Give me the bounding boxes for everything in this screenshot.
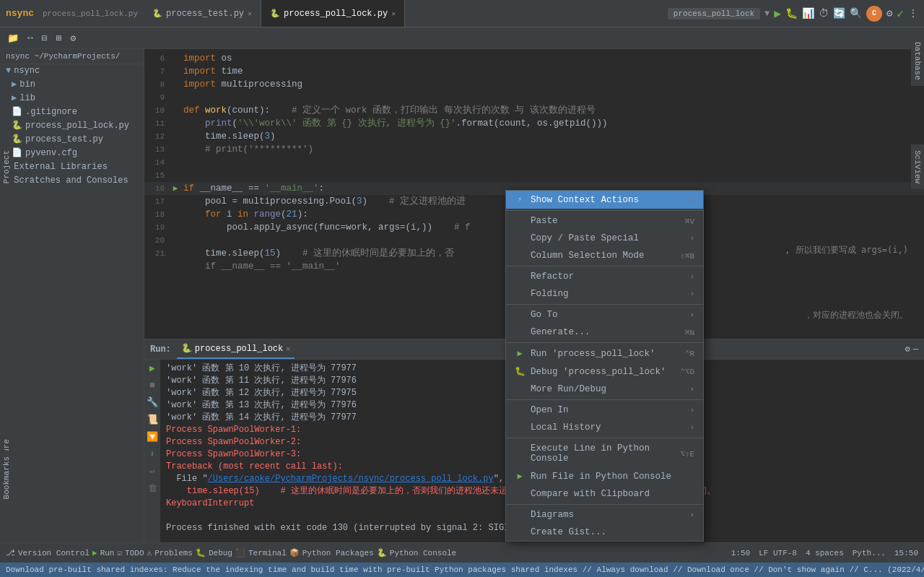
search-icon[interactable]: 🔍 [850,7,862,19]
menu-item-more-run[interactable]: More Run/Debug › [506,381,703,398]
sidebar-item-bookmarks[interactable]: Bookmarks [0,451,13,505]
run-button[interactable]: ▶ [774,6,781,21]
sidebar-item-sciview[interactable]: SciView [911,144,924,189]
line-content-8: import multiprocessing [180,78,924,91]
tree-item-nsync[interactable]: ▼ nsync [0,64,144,77]
run-play-icon[interactable]: ▶ [149,363,155,374]
line-col-indicator[interactable]: 1:50 [731,549,750,558]
line-num-10: 10 [144,104,170,117]
expand-icon[interactable]: ⊞ [53,31,65,45]
tree-item-process-test[interactable]: 🐍 process_test.py [0,132,144,146]
debug-status-tab[interactable]: 🐛 Debug [196,548,232,558]
menu-shortcut-generate: ⌘N [685,328,694,337]
menu-item-column-selection[interactable]: Column Selection Mode ⇧⌘B [506,247,703,264]
encoding-indicator[interactable]: LF UTF-8 [759,549,797,558]
tab-process-poll-lock[interactable]: 🐍 process_poll_lock.py ✕ [261,0,405,27]
menu-item-generate[interactable]: Generate... ⌘N [506,324,703,341]
run-arrow-19 [170,221,180,234]
spaces-indicator[interactable]: 4 spaces [806,549,844,558]
menu-item-run[interactable]: ▶ Run 'process_poll_lock' ⌃R [506,344,703,363]
debug-button[interactable]: 🐛 [785,7,798,19]
tree-item-lib[interactable]: ▶ lib [0,91,144,105]
tree-item-bin[interactable]: ▶ bin [0,77,144,91]
sidebar-item-database[interactable]: Database [911,36,924,86]
code-line-13: 13 # print('*********') [144,143,924,156]
menu-separator-2 [506,266,703,266]
run-arrow-15 [170,169,180,182]
tree-item-external-libs[interactable]: ▶ External Libraries [0,160,144,173]
tab-active-close-icon[interactable]: ✕ [391,9,396,18]
info-bar-text: Download pre-built shared indexes: Reduc… [6,565,924,574]
sync-icon[interactable]: ↔ [25,31,36,45]
menu-item-left-gist: Create Gist... [515,527,694,537]
python-version-indicator[interactable]: Pyth... [853,549,886,558]
profile-icon[interactable]: ⏱ [819,8,829,19]
tree-item-pyvenv[interactable]: 📄 pyvenv.cfg [0,146,144,160]
menu-item-refactor[interactable]: Refactor › [506,268,703,285]
run-arrow-10 [170,104,180,117]
line-num-20: 20 [144,234,170,247]
run-minimize-icon[interactable]: — [913,344,918,355]
tree-item-gitignore[interactable]: 📄 .gitignore [0,105,144,118]
tab-process-test[interactable]: 🐍 process_test.py ✕ [144,0,261,27]
config-arrow-icon[interactable]: ▼ [764,9,770,19]
menu-item-folding[interactable]: Folding › [506,285,703,303]
problems-label: Problems [154,549,193,558]
settings-small-icon[interactable]: ⚙ [67,31,79,45]
refresh-icon[interactable]: 🔄 [833,7,845,19]
tree-item-process-poll-lock[interactable]: 🐍 process_poll_lock.py [0,118,144,132]
menu-item-left-folding: Folding [515,289,684,299]
run-tab-process-poll-lock[interactable]: 🐍 process_poll_lock ✕ [177,339,295,359]
menu-item-execute-line[interactable]: Execute Line in Python Console ⌥⇧E [506,440,703,467]
folder-tree-icon[interactable]: 📁 [4,31,22,45]
python-console-tab[interactable]: 🐍 Python Console [377,548,456,558]
file-link[interactable]: /Users/caoke/PycharmProjects/nsync/proce… [208,474,494,484]
run-arrow-9 [170,91,180,104]
run-wrench-icon[interactable]: 🔧 [147,396,158,408]
menu-item-local-history[interactable]: Local History › [506,419,703,436]
run-softrap-icon[interactable]: ↩ [149,466,155,477]
collapse-icon[interactable]: ⊟ [39,31,51,45]
menu-item-create-gist[interactable]: Create Gist... [506,524,703,541]
run-config-dropdown[interactable]: process_poll_lock [668,8,760,19]
line-num-16: 16 [144,182,170,195]
tree-lib-label: lib [19,93,35,103]
menu-item-debug[interactable]: 🐛 Debug 'process_poll_lock' ⌃⌥D [506,363,703,381]
bookmarks-label: Bookmarks [2,456,11,499]
menu-item-open-in[interactable]: Open In › [506,402,703,419]
version-control-tab[interactable]: ⎇ Version Control [6,548,90,558]
coverage-icon[interactable]: 📊 [802,7,814,19]
run-clear-icon[interactable]: 🗑 [148,483,157,494]
run-tab-icon: 🐍 [181,343,192,354]
problems-tab[interactable]: ⚠ Problems [147,548,193,558]
overflow-comment-1: , 所以我们要写成 args=(i,) [785,244,908,256]
avatar: C [866,6,882,22]
run-scroll-icon[interactable]: 📜 [147,414,158,425]
python-packages-tab[interactable]: 📦 Python Packages [289,548,374,558]
run-settings-gear-icon[interactable]: ⚙ [905,344,910,355]
menu-item-show-context-actions[interactable]: ⚡ Show Context Actions ⌥↩ [506,191,703,209]
run-filter-icon[interactable]: 🔽 [147,431,158,443]
run-tab-close-icon[interactable]: ✕ [286,344,290,353]
todo-label: TODO [125,549,144,558]
run-status-tab[interactable]: ▶ Run [92,548,114,558]
more-options-icon[interactable]: ⋮ [908,7,918,19]
menu-item-diagrams[interactable]: Diagrams › [506,506,703,524]
menu-item-goto[interactable]: Go To › [506,306,703,324]
menu-item-copy-paste-special[interactable]: Copy / Paste Special › [506,230,703,247]
menu-item-paste[interactable]: Paste ⌘V [506,212,703,230]
folding-arrow-icon: › [689,290,694,298]
tree-pyvenv-label: pyvenv.cfg [25,148,77,158]
menu-item-run-file-python[interactable]: ▶ Run File in Python Console [506,467,703,485]
terminal-tab[interactable]: ⬛ Terminal [235,548,287,558]
sidebar-item-project[interactable]: Project [0,144,13,189]
settings-gear-icon[interactable]: ⚙ [886,7,892,19]
run-down-icon[interactable]: ⬇ [149,448,155,460]
run-stop-icon[interactable]: ■ [149,380,155,391]
todo-tab[interactable]: ☑ TODO [117,548,144,558]
menu-item-compare-clipboard[interactable]: Compare with Clipboard [506,485,703,503]
tab-close-icon[interactable]: ✕ [248,9,252,18]
line-content-7: import time [180,65,924,78]
tree-item-scratches[interactable]: ▶ Scratches and Consoles [0,173,144,187]
python-packages-icon: 📦 [289,548,300,558]
